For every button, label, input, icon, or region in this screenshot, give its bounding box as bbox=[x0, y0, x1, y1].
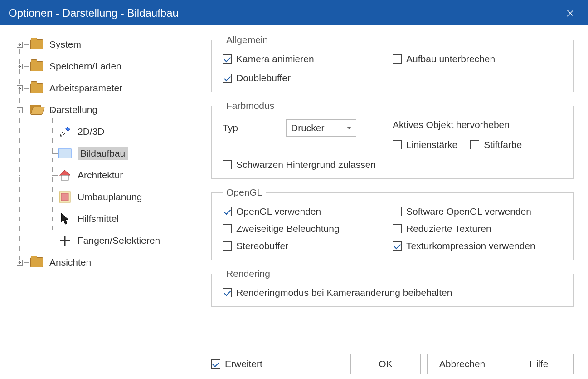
folder-open-icon bbox=[29, 103, 44, 117]
tree-item-system[interactable]: + System bbox=[14, 34, 198, 55]
checkbox-label: Linienstärke bbox=[406, 139, 457, 150]
checkbox-kamera-animieren[interactable]: Kamera animieren bbox=[223, 54, 393, 64]
checkbox-label: Renderingmodus bei Kameraänderung beibeh… bbox=[236, 287, 452, 298]
tree-item-architektur[interactable]: Architektur bbox=[14, 164, 198, 186]
close-button[interactable] bbox=[561, 4, 579, 22]
folder-icon bbox=[29, 37, 44, 52]
folder-icon bbox=[29, 81, 44, 95]
checkbox-erweitert[interactable]: Erweitert bbox=[211, 359, 262, 369]
checkbox-label: Schwarzen Hintergrund zulassen bbox=[236, 159, 376, 170]
svg-rect-7 bbox=[61, 175, 68, 180]
tree-label: Umbauplanung bbox=[78, 192, 142, 202]
checkbox-icon bbox=[393, 224, 402, 233]
window-title: Optionen - Darstellung - Bildaufbau bbox=[9, 7, 561, 20]
checkbox-renderingmodus[interactable]: Renderingmodus bei Kameraänderung beibeh… bbox=[223, 287, 563, 298]
checkbox-texturkompression[interactable]: Texturkompression verwenden bbox=[393, 241, 563, 251]
checkbox-zweiseitige-beleuchtung[interactable]: Zweiseitige Beleuchtung bbox=[223, 223, 393, 234]
checkbox-aufbau-unterbrechen[interactable]: Aufbau unterbrechen bbox=[393, 54, 563, 64]
checkbox-label: Texturkompression verwenden bbox=[406, 241, 535, 251]
svg-marker-6 bbox=[59, 170, 70, 175]
nav-tree: + System + Speichern/Laden + Arbeitspara… bbox=[0, 25, 202, 379]
tree-label: 2D/3D bbox=[78, 126, 105, 137]
help-button[interactable]: Hilfe bbox=[504, 354, 574, 374]
svg-rect-9 bbox=[61, 193, 68, 201]
group-legend: OpenGL bbox=[223, 187, 266, 198]
checkbox-icon bbox=[223, 241, 232, 251]
checkbox-label: Erweitert bbox=[225, 359, 262, 369]
chevron-down-icon bbox=[347, 127, 351, 129]
checkbox-icon bbox=[393, 140, 402, 149]
checkbox-icon bbox=[470, 140, 479, 149]
dialog-footer: Erweitert OK Abbrechen Hilfe bbox=[211, 347, 574, 374]
group-opengl: OpenGL OpenGL verwenden Zweiseitige Bele… bbox=[211, 187, 574, 260]
folder-icon bbox=[29, 255, 44, 270]
typ-label: Typ bbox=[223, 123, 254, 133]
select-value: Drucker bbox=[291, 123, 325, 133]
tree-item-umbauplanung[interactable]: Umbauplanung bbox=[14, 186, 198, 208]
checkbox-stereobuffer[interactable]: Stereobuffer bbox=[223, 241, 393, 251]
tree-item-speichern[interactable]: + Speichern/Laden bbox=[14, 55, 198, 77]
group-allgemein: Allgemein Kamera animieren Doublebuffer bbox=[211, 34, 574, 92]
tree-label: Ansichten bbox=[49, 257, 91, 268]
checkbox-stiftfarbe[interactable]: Stiftfarbe bbox=[470, 139, 522, 150]
checkbox-icon bbox=[223, 288, 232, 297]
group-farbmodus: Farbmodus Typ Drucker Aktives Objekt her… bbox=[211, 100, 574, 179]
close-icon bbox=[566, 9, 574, 17]
checkbox-software-opengl[interactable]: Software OpenGL verwenden bbox=[393, 206, 563, 217]
checkbox-opengl-verwenden[interactable]: OpenGL verwenden bbox=[223, 206, 393, 217]
tree-label: System bbox=[49, 39, 81, 50]
checkbox-icon bbox=[223, 54, 232, 64]
tree-label: Speichern/Laden bbox=[49, 61, 121, 72]
button-label: OK bbox=[379, 359, 392, 369]
checkbox-icon bbox=[211, 359, 220, 369]
settings-panel: Allgemein Kamera animieren Doublebuffer bbox=[202, 25, 588, 379]
checkbox-icon bbox=[393, 241, 402, 251]
tree-item-hilfsmittel[interactable]: Hilfsmittel bbox=[14, 208, 198, 230]
tree-label: Bildaufbau bbox=[78, 147, 128, 160]
checkbox-label: Zweiseitige Beleuchtung bbox=[236, 223, 340, 234]
group-legend: Allgemein bbox=[223, 34, 272, 45]
checkbox-icon bbox=[393, 207, 402, 216]
checkbox-label: Software OpenGL verwenden bbox=[406, 206, 531, 217]
aktives-objekt-heading: Aktives Objekt hervorheben bbox=[393, 119, 563, 130]
cancel-button[interactable]: Abbrechen bbox=[427, 354, 497, 374]
dialog-content: + System + Speichern/Laden + Arbeitspara… bbox=[0, 25, 588, 379]
checkbox-icon bbox=[223, 74, 232, 83]
checkbox-label: Reduzierte Texturen bbox=[406, 223, 491, 234]
svg-rect-5 bbox=[58, 149, 71, 158]
checkbox-icon bbox=[223, 224, 232, 233]
tree-item-ansichten[interactable]: + Ansichten bbox=[14, 251, 198, 273]
button-label: Hilfe bbox=[529, 359, 548, 369]
checkbox-linienstaerke[interactable]: Linienstärke bbox=[393, 139, 457, 150]
checkbox-label: Doublebuffer bbox=[236, 73, 291, 84]
folder-icon bbox=[29, 59, 44, 74]
checkbox-icon bbox=[393, 54, 402, 64]
checkbox-reduzierte-texturen[interactable]: Reduzierte Texturen bbox=[393, 223, 563, 234]
button-label: Abbrechen bbox=[439, 359, 486, 369]
ok-button[interactable]: OK bbox=[350, 354, 421, 374]
tree-item-bildaufbau[interactable]: Bildaufbau bbox=[14, 143, 198, 164]
tree-label: Darstellung bbox=[49, 104, 97, 115]
group-rendering: Rendering Renderingmodus bei Kameraänder… bbox=[211, 268, 574, 307]
tree-item-arbeitsparameter[interactable]: + Arbeitsparameter bbox=[14, 77, 198, 99]
group-legend: Farbmodus bbox=[223, 100, 278, 111]
checkbox-schwarzer-hintergrund[interactable]: Schwarzen Hintergrund zulassen bbox=[223, 159, 563, 170]
tree-label: Fangen/Selektieren bbox=[78, 235, 160, 246]
tree-item-fangen[interactable]: Fangen/Selektieren bbox=[14, 230, 198, 251]
checkbox-icon bbox=[223, 207, 232, 216]
checkbox-label: OpenGL verwenden bbox=[236, 206, 321, 217]
checkbox-label: Stereobuffer bbox=[236, 241, 288, 251]
tree-label: Hilfsmittel bbox=[78, 213, 119, 224]
tree-label: Arbeitsparameter bbox=[49, 83, 122, 94]
typ-select[interactable]: Drucker bbox=[286, 119, 356, 137]
checkbox-doublebuffer[interactable]: Doublebuffer bbox=[223, 73, 393, 84]
checkbox-label: Aufbau unterbrechen bbox=[406, 54, 495, 64]
title-bar: Optionen - Darstellung - Bildaufbau bbox=[0, 0, 588, 25]
svg-marker-10 bbox=[61, 213, 68, 224]
group-legend: Rendering bbox=[223, 268, 274, 279]
checkbox-label: Kamera animieren bbox=[236, 54, 314, 64]
tree-item-2d3d[interactable]: 2D/3D bbox=[14, 121, 198, 143]
tree-label: Architektur bbox=[78, 170, 123, 181]
tree-item-darstellung[interactable]: − Darstellung bbox=[14, 99, 198, 121]
checkbox-icon bbox=[223, 160, 232, 169]
